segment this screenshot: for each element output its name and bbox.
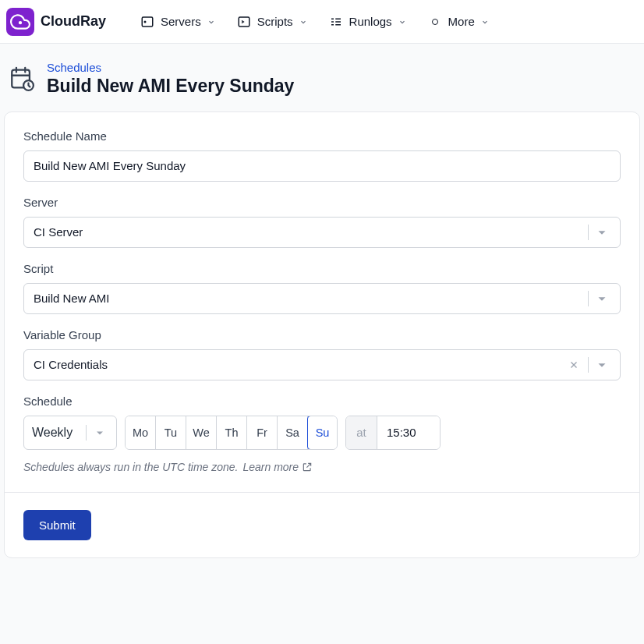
calendar-clock-icon (8, 65, 36, 93)
variable-group-value: CI Credentials (34, 358, 568, 371)
frequency-value: Weekly (32, 426, 81, 440)
submit-button[interactable]: Submit (23, 510, 91, 540)
cloud-icon (6, 8, 34, 36)
chevron-down-icon (299, 18, 307, 26)
chevron-down-icon (398, 18, 406, 26)
external-link-icon (302, 462, 313, 472)
server-icon (140, 15, 154, 29)
field-schedule: Schedule Weekly MoTuWeThFrSaSu at Schedu… (23, 395, 621, 473)
clear-icon[interactable] (568, 359, 580, 371)
variable-group-select[interactable]: CI Credentials (23, 349, 621, 380)
nav: Servers Scripts Runlogs (140, 15, 489, 29)
logo-text: CloudRay (41, 13, 106, 30)
learn-more-label: Learn more (242, 461, 299, 473)
day-sa[interactable]: Sa (278, 416, 308, 449)
svg-point-4 (432, 19, 437, 24)
time-input[interactable] (377, 416, 440, 449)
page-title: Build New AMI Every Sunday (47, 76, 294, 97)
nav-more[interactable]: More (428, 15, 489, 29)
time-picker: at (345, 416, 441, 450)
nav-runlogs[interactable]: Runlogs (329, 15, 406, 29)
day-su[interactable]: Su (307, 416, 338, 450)
server-select[interactable]: CI Server (23, 217, 621, 248)
svg-point-0 (19, 20, 22, 23)
terminal-icon (237, 15, 251, 29)
server-value: CI Server (34, 225, 583, 239)
day-tu[interactable]: Tu (156, 416, 186, 449)
chevron-down-icon (593, 291, 610, 306)
script-label: Script (23, 262, 621, 275)
field-schedule-name: Schedule Name (23, 129, 621, 182)
chevron-down-icon (593, 357, 610, 373)
schedule-name-input[interactable] (23, 150, 621, 182)
learn-more-link[interactable]: Learn more (242, 461, 313, 473)
nav-runlogs-label: Runlogs (349, 15, 392, 28)
script-value: Build New AMI (34, 292, 583, 305)
chevron-down-icon (91, 425, 108, 441)
topbar: CloudRay Servers Scripts (0, 0, 644, 44)
logo[interactable]: CloudRay (6, 8, 134, 36)
nav-servers-label: Servers (161, 15, 201, 28)
field-variable-group: Variable Group CI Credentials (23, 328, 621, 380)
svg-rect-1 (142, 17, 153, 27)
nav-more-label: More (448, 15, 475, 28)
divider (5, 492, 639, 493)
chevron-down-icon (207, 18, 215, 26)
nav-servers[interactable]: Servers (140, 15, 215, 29)
script-select[interactable]: Build New AMI (23, 283, 621, 314)
variable-group-label: Variable Group (23, 328, 621, 341)
schedule-name-label: Schedule Name (23, 129, 621, 143)
field-server: Server CI Server (23, 196, 621, 248)
day-mo[interactable]: Mo (126, 416, 156, 449)
frequency-select[interactable]: Weekly (23, 416, 117, 450)
at-label: at (346, 416, 377, 449)
page-header: Schedules Build New AMI Every Sunday (0, 44, 644, 108)
nav-scripts-label: Scripts (257, 15, 293, 28)
circle-icon (428, 15, 442, 29)
help-text-body: Schedules always run in the UTC time zon… (23, 461, 238, 473)
day-th[interactable]: Th (217, 416, 247, 449)
day-we[interactable]: We (186, 416, 217, 449)
nav-scripts[interactable]: Scripts (237, 15, 307, 29)
schedule-label: Schedule (23, 395, 621, 408)
svg-point-2 (144, 21, 146, 23)
breadcrumb-schedules[interactable]: Schedules (47, 61, 294, 74)
server-label: Server (23, 196, 621, 209)
day-fr[interactable]: Fr (247, 416, 278, 449)
list-icon (329, 15, 343, 29)
chevron-down-icon (593, 225, 610, 240)
chevron-down-icon (481, 18, 489, 26)
help-text: Schedules always run in the UTC time zon… (23, 461, 621, 473)
day-picker: MoTuWeThFrSaSu (125, 416, 338, 450)
field-script: Script Build New AMI (23, 262, 621, 314)
form-card: Schedule Name Server CI Server Script Bu… (4, 111, 640, 558)
